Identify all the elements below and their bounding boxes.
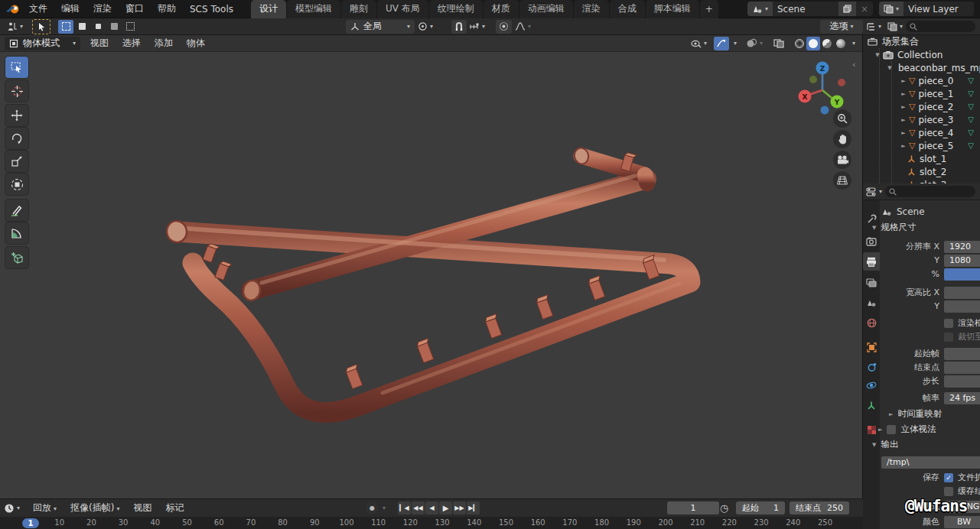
snap-settings-dropdown[interactable]: ▾	[467, 20, 488, 34]
mesh-data-icon[interactable]: ▽	[968, 76, 974, 85]
selectability-dropdown[interactable]: ▾	[689, 37, 709, 50]
scene-browse-button[interactable]: ▾	[747, 2, 773, 16]
aspect-x-field[interactable]	[944, 287, 980, 299]
3d-viewport[interactable]: 物体模式 ▾ 视图选择添加物体 ▾ ▾	[0, 35, 863, 498]
workspace-tab[interactable]: 渲染	[574, 0, 609, 18]
frame-end-field[interactable]: 结束点 250	[790, 501, 849, 514]
tool-move[interactable]	[5, 105, 28, 126]
outliner-item-beaconbar[interactable]: ▼ beaconbar_ms_mp3	[863, 61, 980, 74]
scene-name[interactable]: Scene	[773, 2, 838, 16]
workspace-tab[interactable]: 动画编辑	[519, 0, 573, 18]
mesh-data-icon[interactable]: ▽	[968, 128, 974, 137]
section-format[interactable]: ▼ 规格尺寸	[872, 222, 916, 233]
view-layer-name[interactable]: View Layer	[903, 2, 974, 16]
tool-measure[interactable]	[5, 222, 28, 244]
add-workspace-button[interactable]: +	[700, 0, 718, 18]
transform-orientation-dropdown[interactable]: 全局 ▾	[346, 20, 415, 34]
expand-icon[interactable]: ►	[900, 78, 907, 84]
viewport-menu-item[interactable]: 选择	[116, 37, 148, 50]
select-mode-subtract[interactable]	[90, 20, 106, 34]
outliner-item-piece[interactable]: ► ▽ piece_4 ▽	[863, 126, 980, 139]
timeline-marker-menu[interactable]: 标记	[158, 501, 190, 514]
previous-keyframe-button[interactable]: ◀◀	[412, 501, 425, 514]
workspace-tab[interactable]: 雕刻	[341, 0, 376, 18]
resolution-percent-slider[interactable]	[944, 268, 980, 281]
pan-hand-button[interactable]	[833, 130, 851, 148]
outliner-item-scene-collection[interactable]: 场景集合	[863, 35, 980, 48]
current-frame-badge[interactable]: 1	[22, 518, 39, 528]
select-mode-intersect[interactable]	[122, 20, 138, 34]
tab-object-data[interactable]	[863, 396, 880, 414]
resolution-y-field[interactable]: 1080	[944, 255, 980, 267]
mesh-data-icon[interactable]: ▽	[968, 141, 974, 150]
delete-scene-button[interactable]: ×	[856, 2, 873, 16]
tab-render[interactable]	[863, 232, 880, 251]
gizmo-minus-z[interactable]	[821, 106, 829, 115]
tab-object[interactable]	[863, 338, 880, 356]
editor-type-timeline-button[interactable]: ▾	[4, 503, 20, 514]
tool-rotate[interactable]	[5, 128, 28, 149]
workspace-tab[interactable]: 设计	[251, 0, 286, 18]
render-region-checkbox[interactable]	[944, 319, 953, 328]
tab-scene[interactable]	[863, 294, 880, 312]
timeline-ruler[interactable]: 1 10203040506070809010011012013014015016…	[0, 517, 863, 529]
gizmo-minus-x[interactable]	[838, 79, 845, 86]
workspace-tab[interactable]: UV 布局	[377, 0, 428, 18]
topbar-menu-item[interactable]: 文件	[22, 0, 54, 18]
outliner-item-piece[interactable]: ► ▽ piece_0 ▽	[863, 74, 980, 87]
3d-model-beaconbar[interactable]	[0, 35, 863, 498]
tab-output[interactable]	[863, 252, 880, 271]
section-output[interactable]: ▼ 输出	[872, 439, 898, 450]
tool-cursor[interactable]	[5, 80, 28, 102]
shading-wireframe-button[interactable]	[793, 37, 806, 50]
blender-logo-icon[interactable]	[5, 3, 21, 15]
proportional-falloff-dropdown[interactable]: ▾	[512, 20, 534, 34]
tab-view-layer[interactable]	[863, 274, 880, 292]
crop-checkbox[interactable]	[944, 333, 953, 342]
tab-texture[interactable]	[863, 420, 880, 439]
frame-end-field[interactable]	[944, 362, 980, 374]
frame-start-field[interactable]: 起始 1	[736, 501, 785, 514]
editor-type-properties-button[interactable]: ▾	[866, 187, 882, 196]
tab-constraints[interactable]	[863, 358, 880, 376]
camera-view-button[interactable]	[833, 151, 851, 169]
file-extensions-checkbox[interactable]: ✓	[944, 473, 953, 482]
topbar-menu-item[interactable]: SCS Tools	[183, 0, 240, 18]
expand-icon[interactable]: ►	[900, 91, 907, 97]
color-bw-segment[interactable]: BW	[944, 516, 980, 528]
current-frame-field[interactable]: 1	[667, 501, 719, 514]
expand-icon[interactable]: ▼	[874, 52, 881, 58]
outliner-item-slot[interactable]: slot_2	[863, 165, 980, 178]
gizmos-dropdown[interactable]: ▾	[729, 37, 739, 50]
perspective-grid-button[interactable]	[833, 171, 851, 190]
aspect-y-field[interactable]	[944, 300, 980, 313]
outliner-search-input[interactable]	[906, 21, 975, 32]
play-button[interactable]: ▶	[439, 501, 452, 514]
editor-type-outliner-button[interactable]: ▾	[866, 22, 881, 31]
play-reverse-button[interactable]: ◀	[425, 501, 438, 514]
cache-result-checkbox[interactable]	[944, 487, 953, 496]
shading-solid-button[interactable]	[806, 37, 820, 50]
keying-menu[interactable]: 抠像(插帧)▾	[63, 501, 126, 514]
stopwatch-icon[interactable]: ◷	[720, 502, 728, 514]
viewport-menu-item[interactable]: 添加	[148, 37, 180, 50]
proportional-editing-toggle[interactable]	[496, 20, 512, 34]
tool-scale[interactable]	[5, 151, 28, 172]
select-mode-extend[interactable]	[74, 20, 90, 34]
shading-material-button[interactable]	[820, 37, 834, 50]
next-keyframe-button[interactable]: ▶▶	[453, 501, 466, 514]
gizmo-minus-y[interactable]	[809, 76, 817, 83]
expand-icon[interactable]: ►	[900, 143, 907, 149]
frame-step-field[interactable]	[944, 375, 980, 388]
workspace-tab[interactable]: 纹理绘制	[429, 0, 483, 18]
tool-select-box[interactable]	[5, 57, 28, 78]
expand-icon[interactable]: ►	[900, 130, 907, 136]
tool-transform[interactable]	[5, 174, 28, 195]
view-layer-browse-button[interactable]: ▾	[879, 2, 903, 16]
viewport-menu-item[interactable]: 物体	[180, 37, 212, 50]
workspace-tab[interactable]: 材质	[483, 0, 519, 18]
tab-physics[interactable]	[863, 376, 880, 394]
mesh-data-icon[interactable]: ▽	[968, 115, 974, 124]
options-dropdown[interactable]: 选项 ▾	[820, 20, 863, 34]
playback-menu[interactable]: 回放▾	[26, 501, 63, 514]
